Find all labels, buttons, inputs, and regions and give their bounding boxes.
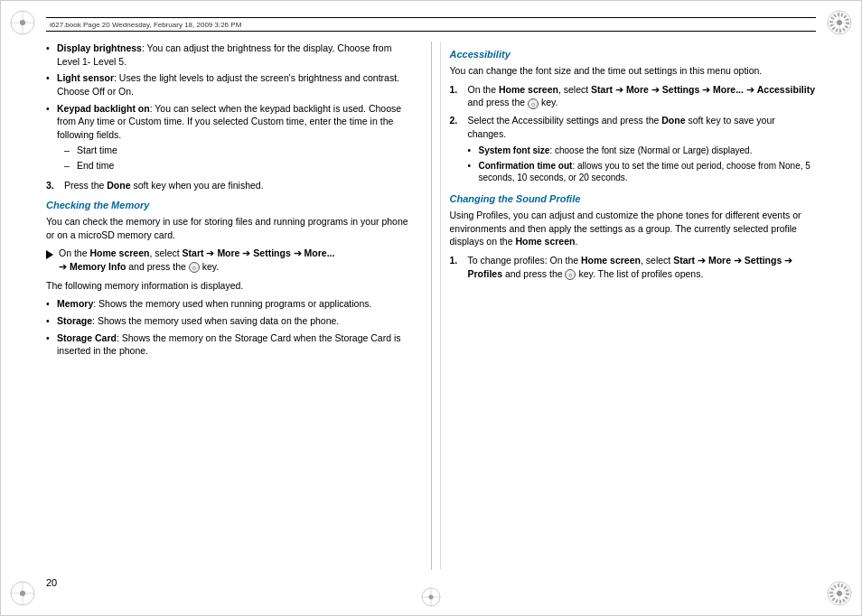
step2-content: Select the Accessibility settings and pr…: [468, 114, 817, 140]
circle-icon-s1: ○: [528, 98, 539, 109]
bullet-storage: Storage: Shows the memory used when savi…: [46, 314, 413, 328]
accessibility-sub-list: System font size: choose the font size (…: [468, 145, 817, 184]
storage-label: Storage: [57, 315, 92, 326]
changing-sound-profile-heading: Changing the Sound Profile: [450, 193, 817, 204]
csp-step1: 1. To change profiles: On the Home scree…: [450, 254, 817, 280]
confirmation-timeout-label: Confirmation time out: [479, 161, 573, 171]
arrow-step-pre: On the: [59, 247, 89, 258]
right-column: Accessibility You can change the font si…: [440, 42, 817, 570]
nav-arrow-icon: [46, 250, 53, 259]
arrow-step-content: On the Home screen, select Start ➔ More …: [59, 247, 334, 273]
checking-memory-heading: Checking the Memory: [46, 200, 413, 210]
corner-bl-decoration: [8, 579, 37, 608]
s1-arr1: ➔: [613, 84, 626, 95]
memory-label: Memory: [57, 298, 93, 309]
keypad-sublist: Start time End time: [64, 144, 413, 172]
arrow-step-arr3: ➔: [291, 247, 305, 258]
accessibility-heading: Accessibility: [450, 49, 817, 60]
s1-bold2: Start: [591, 84, 613, 95]
page-number: 20: [46, 577, 57, 588]
arrow-step-bold6: Memory Info: [70, 261, 126, 272]
svg-point-16: [837, 591, 842, 596]
step1-num: 1.: [450, 83, 463, 109]
csp-bold-end: Home screen: [515, 236, 575, 247]
memory-text: : Shows the memory used when running pro…: [93, 298, 371, 309]
storage-text: : Shows the memory used when saving data…: [92, 315, 339, 326]
csp-s1-arr1: ➔: [695, 255, 708, 266]
csp-steps: 1. To change profiles: On the Home scree…: [450, 254, 817, 280]
arrow-step: On the Home screen, select Start ➔ More …: [46, 247, 413, 273]
bullet-memory: Memory: Shows the memory used when runni…: [46, 297, 413, 311]
step2-num: 2.: [450, 114, 463, 140]
s1-pre: On the: [468, 84, 499, 95]
content-area: Display brightness: You can adjust the b…: [46, 42, 816, 570]
s1-arr3: ➔: [699, 84, 713, 95]
arrow-step-bold4: Settings: [253, 247, 290, 258]
header-text: i627.book Page 20 Wednesday, February 18…: [46, 21, 245, 29]
step3-container: 3. Press the Done soft key when you are …: [46, 179, 413, 192]
arrow-step-arr2: ➔: [239, 247, 253, 258]
s1-arr2: ➔: [649, 84, 662, 95]
page: i627.book Page 20 Wednesday, February 18…: [0, 0, 862, 616]
bullet-display-brightness: Display brightness: You can adjust the b…: [46, 42, 413, 68]
memory-bullet-list: Memory: Shows the memory used when runni…: [46, 297, 413, 358]
bullet-keypad-backlight: Keypad backlight on: You can select when…: [46, 102, 413, 172]
arrow-step-bold3: More: [217, 247, 239, 258]
csp-s1-text2: , select: [641, 255, 673, 266]
corner-tr-decoration: [825, 8, 854, 37]
checking-memory-paragraph: You can check the memory in use for stor…: [46, 215, 413, 241]
accessibility-step2: 2. Select the Accessibility settings and…: [450, 114, 817, 140]
s1-bold3: More: [626, 84, 649, 95]
s1-bold6: Accessibility: [757, 84, 815, 95]
step3-text: Press the: [64, 180, 107, 191]
arrow-step-text4: key.: [200, 261, 219, 272]
bullet-storage-card: Storage Card: Shows the memory on the St…: [46, 331, 413, 358]
arrow-step-text3: and press the: [126, 261, 188, 272]
csp-step1-content: To change profiles: On the Home screen, …: [468, 254, 817, 280]
s2-bold: Done: [661, 115, 685, 126]
step3-content: Press the Done soft key when you are fin…: [64, 179, 264, 192]
step1-content: On the Home screen, select Start ➔ More …: [468, 83, 817, 109]
csp-s1-bold1: Home screen: [581, 255, 641, 266]
keypad-backlight-label: Keypad backlight on: [57, 103, 150, 114]
storage-card-label: Storage Card: [57, 332, 117, 343]
s1-text3: key.: [539, 97, 557, 107]
sub-end-time: End time: [64, 159, 413, 173]
arrow-step-text1: , select: [149, 247, 182, 258]
csp-s1-text: To change profiles: On the: [468, 255, 582, 266]
csp-paragraph-end: .: [575, 236, 577, 247]
center-bottom-decoration: [420, 586, 442, 608]
s2-text: Select the Accessibility settings and pr…: [468, 115, 662, 126]
accessibility-section: Accessibility You can change the font si…: [450, 49, 817, 184]
left-column: Display brightness: You can adjust the b…: [46, 42, 422, 570]
step3-text2: soft key when you are finished.: [131, 180, 264, 191]
arrow-step-bold1: Home screen: [89, 247, 149, 258]
csp-s1-bold5: Profiles: [468, 268, 503, 279]
svg-point-7: [837, 20, 842, 25]
csp-s1-bold2: Start: [673, 255, 695, 266]
csp-s1-bold3: More: [708, 255, 731, 266]
display-brightness-label: Display brightness: [57, 42, 142, 53]
arrow-step-bold5: More...: [305, 247, 335, 258]
corner-br-decoration: [825, 579, 854, 608]
accessibility-paragraph: You can change the font size and the tim…: [450, 64, 817, 78]
changing-sound-profile-section: Changing the Sound Profile Using Profile…: [450, 193, 817, 280]
csp-s1-bold4: Settings: [745, 255, 782, 266]
corner-tl-decoration: [8, 8, 37, 37]
system-font-text: : choose the font size (Normal or Large)…: [549, 145, 752, 155]
confirmation-timeout-item: Confirmation time out: allows you to set…: [468, 160, 817, 184]
system-font-label: System font size: [479, 145, 550, 155]
circle-icon: ○: [189, 262, 200, 273]
s1-bold1: Home screen: [499, 84, 558, 95]
circle-icon-csp: ○: [565, 269, 576, 280]
step3-bold: Done: [107, 180, 130, 191]
s1-arr4: ➔: [744, 84, 757, 95]
accessibility-steps: 1. On the Home screen, select Start ➔ Mo…: [450, 83, 817, 141]
arrow-step-text2: ➔: [59, 261, 70, 272]
csp-s1-arr2: ➔: [731, 255, 745, 266]
accessibility-step1: 1. On the Home screen, select Start ➔ Mo…: [450, 83, 817, 109]
following-text: The following memory information is disp…: [46, 279, 413, 293]
changing-sound-profile-paragraph: Using Profiles, you can adjust and custo…: [450, 209, 817, 248]
step3-num: 3.: [46, 179, 59, 192]
csp-s1-text3: and press the: [502, 268, 565, 279]
